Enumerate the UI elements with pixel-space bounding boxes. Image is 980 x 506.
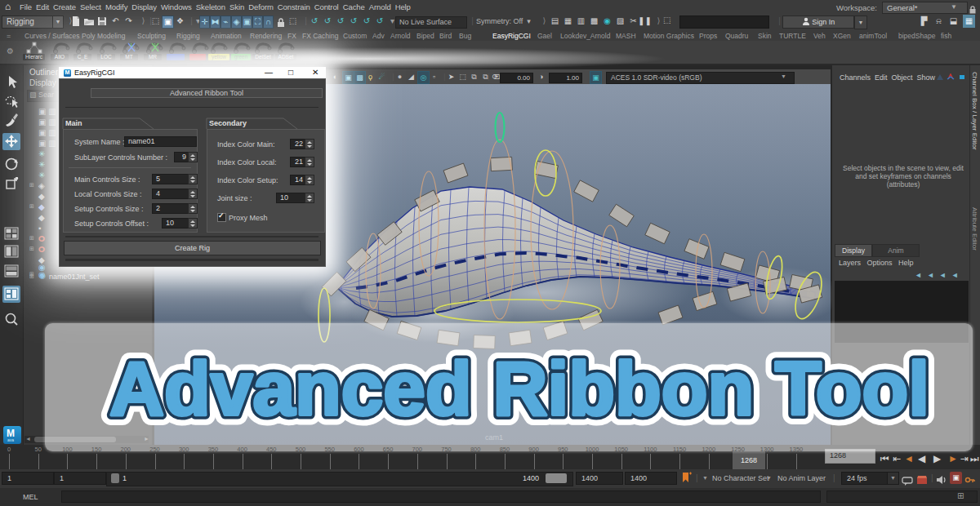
- svg-text:Advanced Ribbon Tool: Advanced Ribbon Tool: [109, 346, 929, 431]
